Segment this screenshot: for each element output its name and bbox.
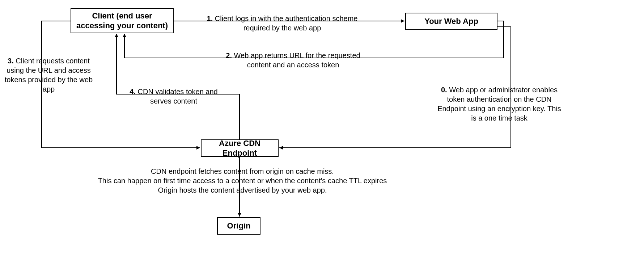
node-origin: Origin — [217, 217, 260, 235]
label-step-2: 2. Web app returns URL for the requested… — [221, 51, 365, 70]
node-client: Client (end user accessing your content) — [71, 8, 174, 33]
node-cdn: Azure CDN Endpoint — [201, 139, 279, 157]
node-webapp: Your Web App — [405, 13, 497, 30]
label-step-3: 3. Client requests content using the URL… — [4, 56, 93, 94]
arrow-step-4 — [116, 34, 240, 139]
label-step-0: 0. Web app or administrator enables toke… — [436, 85, 563, 123]
label-step-4: 4. CDN validates token and serves conten… — [127, 87, 221, 106]
label-step-1: 1. Client logs in with the authenticatio… — [203, 14, 362, 33]
diagram-canvas: Client (end user accessing your content)… — [0, 0, 644, 256]
diagram-arrows — [0, 0, 644, 256]
label-origin-note: CDN endpoint fetches content from origin… — [98, 167, 387, 195]
